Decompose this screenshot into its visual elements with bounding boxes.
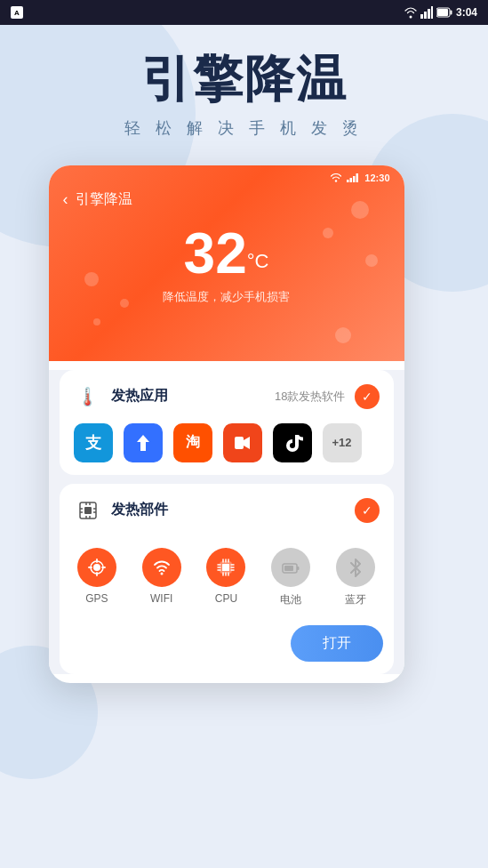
app-tiktok	[273, 423, 312, 462]
heating-components-header: 发热部件 ✓	[60, 484, 394, 537]
battery-icon	[436, 7, 452, 18]
temperature-display: 32°C	[49, 216, 404, 285]
app-alipay-icon[interactable]: 支	[74, 423, 113, 462]
bubble-6	[335, 327, 351, 343]
components-icon	[74, 496, 102, 525]
phone-status-bar: 12:30	[49, 165, 404, 187]
heating-apps-meta: 18款发热软件	[275, 389, 345, 405]
svg-rect-2	[428, 9, 430, 19]
app-taobao-icon[interactable]: 淘	[173, 423, 212, 462]
bubble-1	[351, 201, 369, 219]
heating-apps-header: 🌡️ 发热应用 18款发热软件 ✓	[60, 370, 394, 423]
svg-rect-10	[353, 176, 356, 182]
svg-rect-3	[431, 6, 433, 19]
open-button[interactable]: 打开	[291, 625, 383, 662]
signal-icon	[420, 6, 433, 19]
wifi-component-icon[interactable]	[142, 548, 181, 587]
heating-apps-check[interactable]: ✓	[355, 384, 380, 409]
phone-card: 12:30 ‹ 引擎降温 32°C 降低温度，减少手机损害	[49, 165, 404, 683]
gps-label: GPS	[85, 592, 108, 605]
svg-rect-5	[450, 11, 452, 15]
svg-point-23	[93, 564, 100, 571]
main-content: 引擎降温 轻 松 解 决 手 机 发 烫	[0, 25, 488, 683]
component-bluetooth: 蓝牙	[336, 548, 375, 607]
heating-apps-card: 🌡️ 发热应用 18款发热软件 ✓ 支	[60, 370, 394, 475]
svg-point-25	[160, 572, 163, 575]
component-gps: GPS	[77, 548, 116, 607]
wifi-icon	[404, 6, 417, 19]
app-alipay: 支	[74, 423, 113, 462]
bubble-3	[84, 272, 99, 286]
cpu-icon[interactable]	[206, 548, 245, 587]
hero-subtitle: 轻 松 解 决 手 机 发 烫	[124, 117, 364, 139]
components-row: GPS WIF	[60, 537, 394, 618]
app-kuaishou	[223, 423, 262, 462]
section-header-left: 🌡️ 发热应用	[74, 382, 168, 411]
phone-time: 12:30	[364, 173, 389, 183]
app-more-icon[interactable]: +12	[323, 423, 362, 462]
components-header-left: 发热部件	[74, 496, 168, 525]
phone-back-icon[interactable]: ‹	[63, 190, 68, 209]
svg-rect-9	[350, 178, 353, 182]
hero-title: 引擎降温	[141, 52, 348, 107]
svg-rect-41	[297, 567, 300, 570]
bubble-4	[120, 299, 129, 308]
app-feishu-icon[interactable]	[124, 423, 163, 462]
status-bar-right: 3:04	[404, 6, 477, 19]
svg-rect-8	[347, 180, 349, 182]
open-button-container: 打开	[60, 618, 394, 674]
app-kuaishou-icon[interactable]	[223, 423, 262, 462]
battery-label: 电池	[280, 592, 301, 607]
status-bar: A 3:04	[0, 0, 488, 25]
bluetooth-label: 蓝牙	[345, 592, 366, 607]
temperature-description: 降低温度，减少手机损害	[49, 289, 404, 305]
bubble-2	[323, 228, 333, 238]
heating-components-card: 发热部件 ✓	[60, 484, 394, 674]
svg-rect-0	[420, 14, 423, 19]
svg-point-7	[335, 180, 337, 181]
bubble-7	[93, 318, 100, 326]
svg-rect-12	[235, 437, 244, 449]
svg-rect-1	[424, 12, 427, 19]
temperature-number: 32	[184, 221, 247, 285]
bubble-5	[365, 254, 378, 267]
status-time: 3:04	[456, 6, 477, 19]
battery-component-icon[interactable]	[271, 548, 310, 587]
heating-apps-title: 发热应用	[111, 387, 168, 406]
phone-mockup: 12:30 ‹ 引擎降温 32°C 降低温度，减少手机损害	[49, 165, 440, 683]
svg-rect-27	[222, 564, 229, 571]
apps-row: 支	[60, 423, 394, 475]
component-cpu: CPU	[206, 548, 245, 607]
svg-rect-42	[284, 566, 293, 571]
heating-apps-icon: 🌡️	[74, 382, 102, 411]
bluetooth-icon[interactable]	[336, 548, 375, 587]
svg-rect-14	[84, 507, 92, 514]
temperature-unit: °C	[247, 249, 269, 271]
svg-rect-6	[437, 9, 448, 16]
app-icon: A	[11, 6, 23, 19]
component-battery: 电池	[271, 548, 310, 607]
app-taobao: 淘	[173, 423, 212, 462]
app-tiktok-icon[interactable]	[273, 423, 312, 462]
cpu-label: CPU	[215, 592, 237, 605]
phone-header: 12:30 ‹ 引擎降温 32°C 降低温度，减少手机损害	[49, 165, 404, 361]
app-more: +12	[323, 423, 362, 462]
phone-body: 🌡️ 发热应用 18款发热软件 ✓ 支	[49, 370, 404, 674]
component-wifi: WIFI	[142, 548, 181, 607]
phone-wifi-icon	[331, 173, 341, 182]
components-title: 发热部件	[111, 501, 168, 519]
wifi-label: WIFI	[150, 592, 172, 605]
phone-signal-icon	[347, 173, 359, 182]
svg-rect-11	[356, 173, 359, 182]
components-check[interactable]: ✓	[355, 498, 380, 523]
gps-icon[interactable]	[77, 548, 116, 587]
status-bar-left: A	[11, 6, 23, 19]
phone-nav-title: 引擎降温	[76, 190, 132, 209]
app-feishu	[124, 423, 163, 462]
